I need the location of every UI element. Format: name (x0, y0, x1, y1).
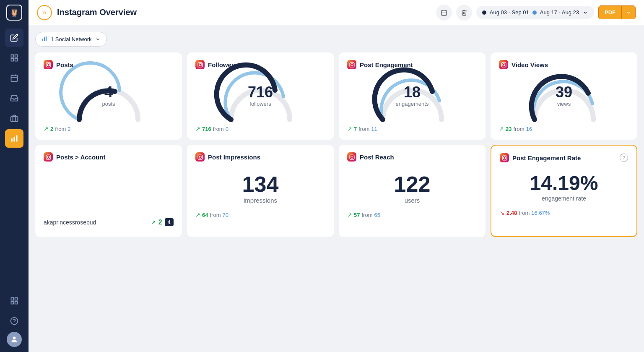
instagram-icon-video (501, 62, 506, 68)
video-views-unit: views (556, 101, 572, 107)
posts-value: 4 (102, 85, 115, 100)
reach-card: Post Reach 122 users ↗ 57 from 65 (339, 145, 486, 237)
video-views-footer-from: from (513, 126, 524, 132)
engagement-card-header: Post Engagement (347, 60, 477, 69)
svg-rect-41 (198, 155, 203, 159)
pdf-chevron-icon (626, 10, 631, 15)
video-views-card: Video Views 39 views ↗ 23 (491, 52, 637, 140)
sidebar-item-dashboard[interactable] (5, 49, 23, 67)
posts-account-card: Posts > Account akaprincessrosebud ↗ 2 4 (35, 145, 182, 237)
date-range-selector[interactable]: Aug 03 - Sep 01 Aug 17 - Aug 23 (476, 6, 594, 19)
reach-footer-ref: 65 (374, 212, 380, 218)
svg-point-46 (353, 155, 353, 156)
engagement-value: 18 (396, 85, 429, 100)
svg-point-34 (353, 63, 353, 63)
engagement-title: Post Engagement (360, 61, 413, 68)
impressions-header: Post Impressions (195, 152, 325, 162)
calendar-icon (10, 74, 18, 82)
impressions-footer-val: 64 (202, 212, 208, 218)
svg-point-42 (199, 156, 201, 158)
reach-title: Post Reach (360, 154, 394, 161)
instagram-icon-pa (46, 154, 51, 160)
reach-header: Post Reach (347, 152, 477, 162)
account-arrow: ↗ (151, 219, 156, 226)
reach-footer-from: from (361, 212, 372, 218)
inbox-icon (10, 94, 18, 102)
account-name: akaprincessrosebud (44, 219, 96, 226)
sidebar-item-compose[interactable] (5, 29, 23, 47)
sidebar-item-apps[interactable] (5, 292, 23, 310)
engagement-arrow: ↗ (347, 125, 352, 132)
svg-rect-15 (11, 302, 14, 304)
svg-point-37 (504, 63, 505, 63)
posts-title: Posts (56, 61, 73, 68)
engagement-footer-from: from (358, 126, 369, 132)
primary-date-dot (482, 10, 486, 15)
engagement-rate-help[interactable]: ? (620, 154, 628, 162)
svg-rect-3 (11, 59, 14, 61)
svg-point-36 (502, 63, 504, 65)
sidebar-item-calendar[interactable] (5, 69, 23, 87)
avatar-icon (10, 335, 18, 344)
svg-rect-29 (198, 63, 203, 67)
sidebar-toggle[interactable]: » (37, 5, 52, 20)
reach-footer-val: 57 (354, 212, 360, 218)
engagement-rate-footer-from: from (519, 210, 530, 216)
impressions-title: Post Impressions (208, 154, 260, 161)
engagement-rate-arrow: ↘ (500, 209, 505, 216)
video-views-footer-val: 23 (506, 126, 512, 132)
svg-rect-0 (11, 55, 14, 57)
video-views-ig-icon (499, 60, 508, 69)
cards-grid: Posts 4 posts (35, 52, 637, 237)
svg-rect-19 (441, 10, 447, 15)
calendar-action-btn[interactable] (436, 5, 452, 21)
reach-footer: ↗ 57 from 65 (347, 211, 477, 218)
compose-icon (10, 34, 18, 42)
followers-footer-val: 716 (202, 126, 211, 132)
reach-arrow: ↗ (347, 211, 352, 218)
impressions-footer-ref: 70 (222, 212, 228, 218)
impressions-ig-icon (195, 152, 205, 162)
instagram-icon-followers (197, 62, 203, 68)
svg-point-18 (13, 336, 16, 339)
topbar-actions: Aug 03 - Sep 01 Aug 17 - Aug 23 PDF (436, 5, 636, 21)
impressions-footer-from: from (210, 212, 221, 218)
engagement-rate-ig-icon (500, 153, 509, 162)
instagram-icon (46, 62, 51, 68)
engagement-rate-footer: ↘ 2.48 from 16.67% (500, 209, 628, 216)
pdf-export-group: PDF (598, 5, 636, 19)
svg-point-40 (49, 155, 49, 156)
social-filter-label: 1 Social Network (51, 36, 92, 42)
followers-footer-from: from (213, 126, 224, 132)
svg-rect-25 (46, 37, 47, 41)
impressions-arrow: ↗ (195, 211, 200, 218)
video-views-footer-ref: 16 (526, 126, 532, 132)
svg-rect-23 (42, 39, 43, 41)
filter-chart-icon (42, 36, 47, 42)
delete-btn[interactable] (456, 5, 472, 21)
instagram-icon-rate (502, 155, 507, 161)
pdf-dropdown-btn[interactable] (621, 6, 635, 19)
svg-rect-38 (46, 155, 51, 159)
pdf-export-btn[interactable]: PDF (599, 6, 621, 19)
chevron-down-icon (582, 10, 588, 16)
engagement-rate-title: Post Engagement Rate (512, 154, 581, 162)
topbar: » Instagram Overview Aug 03 - Sep 01 Aug… (29, 0, 644, 25)
sidebar-item-help[interactable] (5, 312, 23, 330)
posts-arrow: ↗ (44, 125, 49, 132)
followers-unit: followers (248, 101, 273, 107)
sidebar-item-inbox[interactable] (5, 89, 23, 107)
posts-footer-val: 2 (50, 126, 53, 132)
svg-rect-47 (502, 156, 507, 160)
impressions-value: 134 (195, 173, 325, 195)
user-avatar[interactable] (7, 332, 22, 347)
impressions-footer: ↗ 64 from 70 (195, 211, 325, 218)
instagram-icon-impressions (197, 154, 203, 160)
sidebar-item-analytics[interactable] (5, 129, 23, 148)
engagement-footer: ↗ 7 from 11 (347, 125, 477, 132)
sidebar-item-campaigns[interactable] (5, 109, 23, 128)
posts-gauge: 4 posts (44, 74, 174, 121)
svg-point-49 (505, 156, 506, 156)
social-network-filter[interactable]: 1 Social Network (35, 32, 107, 47)
svg-point-43 (201, 155, 201, 156)
